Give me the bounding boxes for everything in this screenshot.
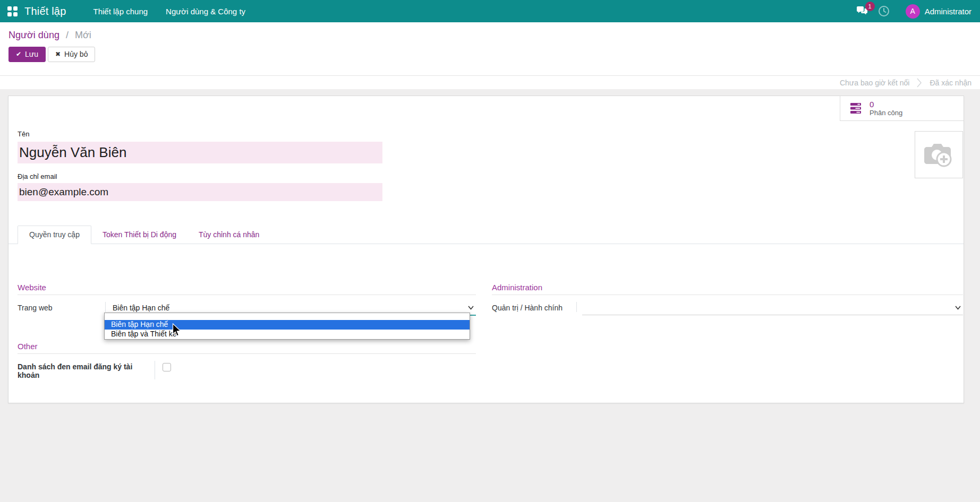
breadcrumb-current: Mới	[75, 30, 91, 40]
website-field-label: Trang web	[18, 302, 106, 312]
administration-select[interactable]	[582, 302, 963, 315]
stat-label: Phân công	[870, 109, 902, 117]
user-avatar: A	[906, 4, 920, 19]
dropdown-option-editor-designer[interactable]: Biên tập và Thiết kế	[105, 330, 470, 339]
user-name: Administrator	[925, 7, 972, 16]
discard-button[interactable]: ✖Hủy bỏ	[48, 47, 95, 62]
tab-access-rights[interactable]: Quyền truy cập	[18, 226, 91, 244]
website-select-dropdown: Biên tập Hạn chế Biên tập và Thiết kế	[104, 313, 470, 340]
tasks-icon	[850, 102, 863, 114]
group-website: Website Trang web Biên tập Hạn chế	[18, 283, 476, 316]
statusbar-arrow-icon	[917, 78, 922, 88]
dropdown-option-restricted-editor[interactable]: Biên tập Hạn chế	[105, 320, 470, 330]
website-group-heading: Website	[18, 283, 476, 295]
name-input[interactable]	[18, 142, 382, 163]
main-menu: Thiết lập chung Người dùng & Công ty	[84, 0, 255, 22]
chevron-down-icon	[468, 306, 474, 310]
save-button[interactable]: ✔Lưu	[8, 47, 46, 62]
status-step-never-connected[interactable]: Chưa bao giờ kết nối	[840, 79, 909, 87]
profile-photo-upload[interactable]	[915, 131, 963, 178]
breadcrumb-users-link[interactable]: Người dùng	[8, 30, 59, 40]
email-input[interactable]	[18, 183, 382, 201]
group-other: Other Danh sách đen email đăng ký tài kh…	[18, 342, 476, 379]
chevron-down-icon	[955, 306, 961, 310]
messages-count-badge: 1	[865, 2, 875, 11]
blacklist-checkbox[interactable]	[163, 363, 171, 371]
assignments-stat-button[interactable]: 0 Phân công	[840, 96, 964, 121]
breadcrumb: Người dùng / Mới	[8, 30, 980, 41]
apps-menu-button[interactable]	[0, 0, 24, 22]
top-navbar: Thiết lập Thiết lập chung Người dùng & C…	[0, 0, 980, 22]
messages-button[interactable]: 1	[856, 6, 868, 16]
tab-preferences[interactable]: Tùy chỉnh cá nhân	[188, 226, 270, 244]
control-panel: Người dùng / Mới ✔Lưu ✖Hủy bỏ	[0, 22, 980, 76]
name-field-label: Tên	[18, 130, 29, 138]
stat-value: 0	[870, 100, 902, 109]
breadcrumb-separator: /	[66, 30, 69, 40]
menu-item-users-companies[interactable]: Người dùng & Công ty	[157, 0, 254, 22]
app-title[interactable]: Thiết lập	[24, 5, 66, 18]
menu-item-general-settings[interactable]: Thiết lập chung	[84, 0, 157, 22]
administration-field-label: Quản trị / Hành chính	[492, 302, 577, 312]
x-icon: ✖	[55, 50, 61, 58]
form-sheet: 0 Phân công Tên Địa chỉ email Quyền truy…	[8, 96, 964, 403]
camera-plus-icon	[924, 142, 955, 168]
email-field-label: Địa chỉ email	[18, 172, 57, 180]
navbar-right: 1 A Administrator	[856, 4, 980, 19]
website-select-value: Biên tập Hạn chế	[113, 304, 169, 312]
activities-button[interactable]	[878, 5, 890, 17]
administration-group-heading: Administration	[492, 283, 963, 295]
other-group-heading: Other	[18, 342, 476, 354]
group-administration: Administration Quản trị / Hành chính	[492, 283, 963, 315]
clock-icon	[878, 5, 890, 17]
statusbar: Chưa bao giờ kết nối Đã xác nhận	[0, 76, 980, 89]
status-step-confirmed[interactable]: Đã xác nhận	[930, 79, 972, 87]
blacklist-checkbox-label: Danh sách đen email đăng ký tài khoản	[18, 361, 155, 379]
tab-mobile-device-token[interactable]: Token Thiết bị Di động	[91, 226, 188, 244]
check-icon: ✔	[16, 50, 21, 58]
apps-grid-icon	[7, 6, 18, 16]
user-menu[interactable]: A Administrator	[906, 4, 972, 19]
notebook-tabs: Quyền truy cập Token Thiết bị Di động Tù…	[8, 226, 964, 244]
